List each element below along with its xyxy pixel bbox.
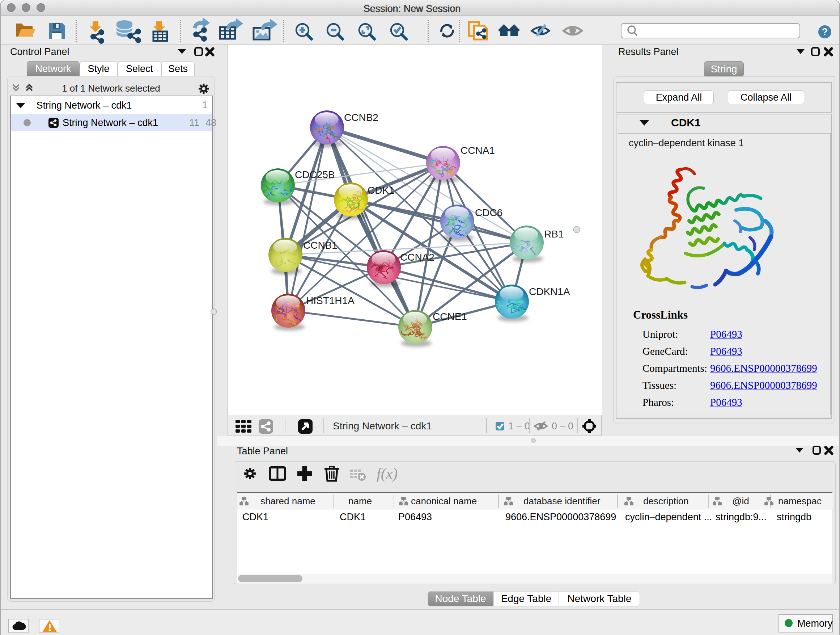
- svg-text:String Network – cdk1: String Network – cdk1: [333, 420, 432, 432]
- svg-text:9606.ENSP00000378699: 9606.ENSP00000378699: [505, 511, 616, 523]
- svg-text:CDC6: CDC6: [475, 207, 502, 218]
- svg-text:CDK1: CDK1: [340, 511, 366, 523]
- svg-text:cyclin–dependent ...: cyclin–dependent ...: [625, 511, 712, 523]
- svg-text:@id: @id: [732, 496, 749, 507]
- svg-text:CDC25B: CDC25B: [295, 169, 335, 180]
- svg-text:canonical name: canonical name: [411, 496, 477, 507]
- svg-text:0 – 0: 0 – 0: [552, 421, 573, 432]
- svg-text:stringdb:9...: stringdb:9...: [715, 511, 767, 523]
- svg-text:CCNB1: CCNB1: [303, 240, 338, 251]
- svg-text:CCNE1: CCNE1: [433, 311, 467, 322]
- svg-text:1 – 0: 1 – 0: [508, 421, 530, 432]
- svg-text:stringdb: stringdb: [777, 511, 812, 523]
- svg-text:database identifier: database identifier: [523, 496, 600, 507]
- svg-text:CDK1: CDK1: [368, 185, 395, 196]
- svg-text:CCNB2: CCNB2: [344, 112, 378, 123]
- svg-text:name: name: [348, 496, 372, 507]
- svg-text:f(x): f(x): [377, 465, 398, 482]
- svg-text:description: description: [643, 496, 689, 507]
- svg-text:namespac: namespac: [778, 496, 821, 507]
- svg-text:shared name: shared name: [261, 496, 316, 507]
- svg-text:CCNA2: CCNA2: [400, 252, 434, 263]
- svg-text:RB1: RB1: [544, 228, 564, 240]
- svg-text:HIST1H1A: HIST1H1A: [306, 295, 355, 306]
- svg-text:CDKN1A: CDKN1A: [529, 286, 570, 297]
- svg-text:CDK1: CDK1: [242, 511, 268, 523]
- svg-text:P06493: P06493: [398, 511, 432, 523]
- svg-text:CCNA1: CCNA1: [461, 145, 495, 156]
